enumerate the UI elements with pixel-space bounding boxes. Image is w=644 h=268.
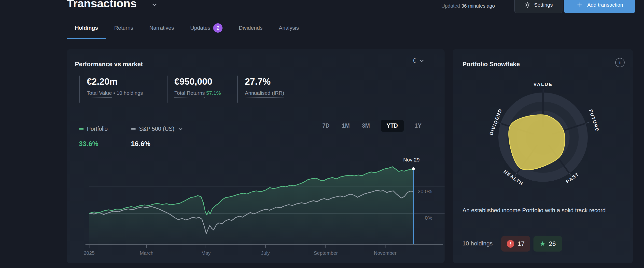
x-axis-ticks: 2025MarchMayJulySeptemberNovember xyxy=(84,244,397,256)
svg-text:May: May xyxy=(202,250,211,256)
tab-narratives[interactable]: Narratives xyxy=(141,17,182,39)
snowflake-description: An established income Portfolio with a s… xyxy=(462,205,622,216)
svg-text:0%: 0% xyxy=(425,215,432,221)
svg-text:2025: 2025 xyxy=(84,250,95,256)
updated-time: 36 minutes ago xyxy=(461,3,495,8)
snowflake-card: Portfolio Snowflake i VALUEFUTUREPASTHEA… xyxy=(453,49,633,263)
svg-text:March: March xyxy=(140,250,154,256)
svg-text:November: November xyxy=(374,250,397,256)
tab-dividends[interactable]: Dividends xyxy=(231,17,271,39)
tab-analysis[interactable]: Analysis xyxy=(271,17,307,39)
performance-line-chart[interactable]: 20.0%0% 2025MarchMayJulySeptemberNovembe… xyxy=(67,49,444,263)
title-dropdown-chevron-icon[interactable] xyxy=(150,0,159,9)
holdings-count: 10 holdings xyxy=(462,240,493,247)
warnings-badge[interactable]: ! 17 xyxy=(501,236,530,252)
settings-button[interactable]: Settings xyxy=(514,0,562,13)
svg-text:September: September xyxy=(314,250,338,256)
add-transaction-button[interactable]: Add transaction xyxy=(564,0,635,13)
portfolio-snowflake-chart[interactable]: VALUEFUTUREPASTHEALTHDIVIDEND xyxy=(453,49,633,263)
tab-updates[interactable]: Updates2 xyxy=(182,17,231,39)
star-count: 26 xyxy=(549,240,556,248)
warning-count: 17 xyxy=(518,240,525,248)
portfolio-area-fill xyxy=(89,167,413,245)
svg-text:July: July xyxy=(261,250,270,256)
add-transaction-label: Add transaction xyxy=(587,2,623,8)
gear-icon xyxy=(524,2,531,8)
tab-holdings[interactable]: Holdings xyxy=(67,17,106,39)
settings-label: Settings xyxy=(534,2,553,8)
latest-date-label: Nov 29 xyxy=(403,157,420,162)
tab-bar: HoldingsReturnsNarrativesUpdates2Dividen… xyxy=(67,17,633,39)
star-icon: ★ xyxy=(540,241,546,247)
warning-icon: ! xyxy=(507,240,514,248)
tab-returns[interactable]: Returns xyxy=(106,17,141,39)
svg-text:20.0%: 20.0% xyxy=(418,189,432,194)
app-screen: Transactions Updated 36 minutes ago Sett… xyxy=(0,0,644,268)
page-title: Transactions xyxy=(67,0,136,10)
latest-point-dot[interactable] xyxy=(412,167,415,170)
plus-icon xyxy=(576,1,584,9)
updates-count-badge: 2 xyxy=(213,23,222,33)
snowflake-axis-future: FUTURE xyxy=(588,109,600,133)
rewards-badge[interactable]: ★ 26 xyxy=(534,236,562,252)
snowflake-axis-value: VALUE xyxy=(534,82,553,87)
performance-card: Performance vs market € €2.20m Total Val… xyxy=(67,49,444,263)
last-updated: Updated 36 minutes ago xyxy=(441,3,495,9)
